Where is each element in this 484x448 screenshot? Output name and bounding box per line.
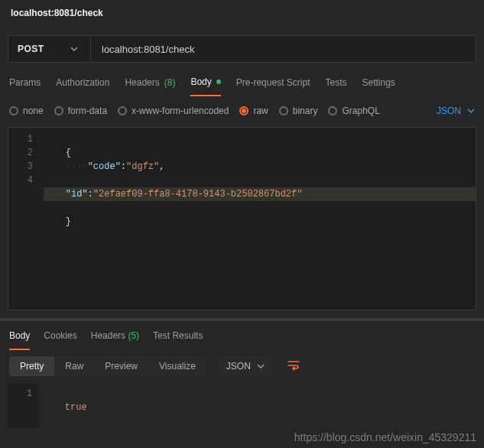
body-type-raw[interactable]: raw xyxy=(239,106,268,116)
tab-headers-count: (8) xyxy=(164,77,176,88)
response-body: 1 true xyxy=(8,384,476,428)
response-view-row: Pretty Raw Preview Visualize JSON xyxy=(0,350,484,381)
chevron-down-icon xyxy=(70,45,78,53)
response-mime-label: JSON xyxy=(226,361,251,372)
raw-mime-label: JSON xyxy=(437,106,461,116)
body-type-none[interactable]: none xyxy=(9,106,44,116)
view-raw[interactable]: Raw xyxy=(54,356,94,376)
resp-tab-headers[interactable]: Headers (5) xyxy=(91,330,139,350)
tab-body-label: Body xyxy=(190,76,211,87)
tab-authorization[interactable]: Authorization xyxy=(56,76,109,96)
body-active-dot-icon xyxy=(216,80,221,84)
body-type-binary[interactable]: binary xyxy=(279,106,318,116)
request-url-bar: POST localhost:8081/check xyxy=(8,35,476,63)
body-type-raw-label: raw xyxy=(253,106,268,116)
body-type-formdata[interactable]: form-data xyxy=(54,106,107,116)
response-mime-selector[interactable]: JSON xyxy=(219,356,272,376)
chevron-down-icon xyxy=(467,107,475,115)
tab-headers-label: Headers xyxy=(125,77,159,88)
tab-tests[interactable]: Tests xyxy=(325,76,346,96)
resp-tab-cookies[interactable]: Cookies xyxy=(44,330,76,350)
body-type-none-label: none xyxy=(23,106,44,116)
body-type-formdata-label: form-data xyxy=(68,106,107,116)
tab-headers[interactable]: Headers (8) xyxy=(125,76,175,96)
request-body-editor[interactable]: 1 2 3 4 { ····"code":"dgfz", ····"id":"2… xyxy=(8,127,476,310)
tab-body[interactable]: Body xyxy=(190,76,220,96)
resp-tab-headers-label: Headers xyxy=(91,330,125,341)
http-method-label: POST xyxy=(18,44,44,54)
response-tabs: Body Cookies Headers (5) Test Results xyxy=(0,321,484,350)
view-visualize[interactable]: Visualize xyxy=(148,356,206,376)
resp-tab-headers-count: (5) xyxy=(128,330,139,341)
body-type-urlencoded[interactable]: x-www-form-urlencoded xyxy=(118,106,229,116)
http-method-selector[interactable]: POST xyxy=(8,36,91,62)
body-type-graphql-label: GraphQL xyxy=(342,106,379,116)
tab-settings[interactable]: Settings xyxy=(362,76,395,96)
response-code[interactable]: true xyxy=(38,384,476,428)
view-pretty[interactable]: Pretty xyxy=(9,356,54,376)
view-preview[interactable]: Preview xyxy=(94,356,148,376)
tab-params[interactable]: Params xyxy=(9,76,41,96)
body-type-graphql[interactable]: GraphQL xyxy=(328,106,379,116)
resp-tab-body[interactable]: Body xyxy=(9,330,30,350)
editor-code[interactable]: { ····"code":"dgfz", ····"id":"2efaef09-… xyxy=(39,128,476,310)
body-type-urlencoded-label: x-www-form-urlencoded xyxy=(132,106,229,116)
watermark-text: https://blog.csdn.net/weixin_45329211 xyxy=(294,431,476,443)
chevron-down-icon xyxy=(257,362,265,370)
raw-mime-selector[interactable]: JSON xyxy=(437,106,475,116)
resp-tab-testresults[interactable]: Test Results xyxy=(153,330,203,350)
request-tabs: Params Authorization Headers (8) Body Pr… xyxy=(0,63,484,96)
body-type-binary-label: binary xyxy=(293,106,318,116)
response-view-group: Pretty Raw Preview Visualize xyxy=(9,356,206,376)
request-tab-title: localhost:8081/check xyxy=(0,0,484,23)
url-input[interactable]: localhost:8081/check xyxy=(91,36,476,62)
editor-gutter: 1 2 3 4 xyxy=(8,128,39,310)
body-type-row: none form-data x-www-form-urlencoded raw… xyxy=(0,96,484,124)
wrap-lines-icon[interactable] xyxy=(283,357,304,376)
response-gutter: 1 xyxy=(8,384,38,428)
tab-prerequest[interactable]: Pre-request Script xyxy=(236,76,310,96)
